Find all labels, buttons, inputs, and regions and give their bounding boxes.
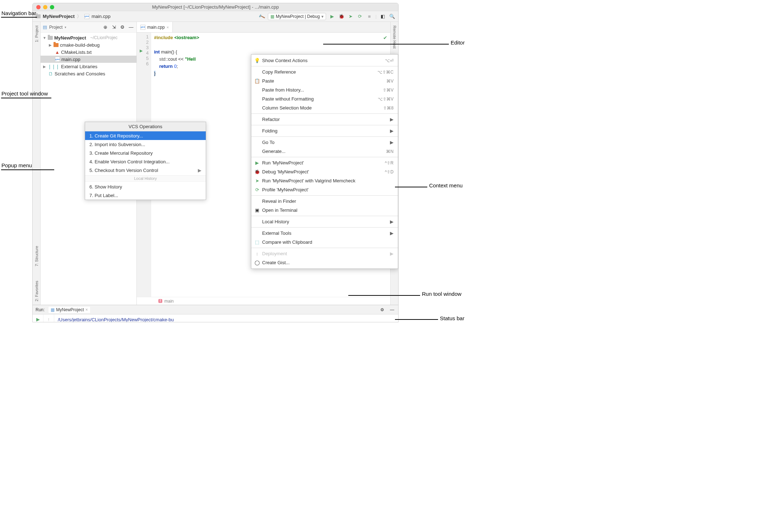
deploy-icon: ↕	[254, 251, 260, 256]
run-config-selector[interactable]: ▦ MyNewProject | Debug ▾	[268, 13, 326, 20]
annotation-nav: Navigation bar	[1, 10, 36, 16]
tree-external-libraries[interactable]: ▶❘❘❘External Libraries	[41, 63, 136, 70]
maximize-window-icon[interactable]	[50, 5, 54, 9]
ctx-show-actions[interactable]: 💡Show Context Actions⌥⏎	[251, 56, 398, 65]
tree-main-cpp[interactable]: c++main.cpp	[41, 56, 136, 63]
vcs-popup: VCS Operations 1. Create Git Repository.…	[85, 122, 206, 200]
vcs-show-history[interactable]: 6. Show History	[85, 182, 206, 191]
favorites-tool-button[interactable]: 2: Favorites	[34, 281, 39, 301]
run-output[interactable]: /Users/jetbrains/CLionProjects/MyNewProj…	[54, 314, 398, 322]
breadcrumb-file[interactable]: main.cpp	[92, 14, 111, 19]
left-tool-strip: 1: Project 7: Structure 2: Favorites	[33, 22, 41, 305]
bug-icon: 🐞	[254, 169, 260, 174]
ctx-deployment: ↕Deployment▶	[251, 249, 398, 258]
ctx-generate[interactable]: Generate...⌘N	[251, 147, 398, 156]
github-icon: ◯	[254, 260, 260, 265]
structure-tool-button[interactable]: 7: Structure	[34, 246, 39, 266]
run-gutter-icon[interactable]: ▶	[140, 48, 143, 53]
run-tab[interactable]: ▦MyNewProject×	[48, 306, 90, 313]
context-menu: 💡Show Context Actions⌥⏎ Copy Reference⌥⇧…	[251, 54, 398, 269]
run-hide-icon[interactable]: —	[389, 307, 395, 313]
close-window-icon[interactable]	[36, 5, 41, 9]
run-settings-icon[interactable]: ⚙	[379, 307, 385, 313]
minimize-window-icon[interactable]	[43, 5, 47, 9]
ctx-valgrind[interactable]: ➤Run 'MyNewProject' with Valgrind Memche…	[251, 176, 398, 185]
tree-cmakelists[interactable]: ▲CMakeLists.txt	[41, 48, 136, 56]
ctx-refactor[interactable]: Refactor▶	[251, 115, 398, 124]
annotation-editor: Editor	[451, 39, 465, 46]
ctx-goto[interactable]: Go To▶	[251, 138, 398, 147]
annotation-statusbar: Status bar	[440, 315, 464, 321]
navigation-bar: MyNewProject〉 c++ main.cpp 🔨 ▦ MyNewProj…	[33, 11, 398, 22]
titlebar: MyNewProject [~/CLionProjects/MyNewProje…	[33, 3, 398, 11]
ide-window: MyNewProject [~/CLionProjects/MyNewProje…	[32, 3, 399, 322]
debug-button[interactable]: 🐞	[338, 13, 345, 20]
vcs-import-svn[interactable]: 2. Import into Subversion...	[85, 140, 206, 149]
ctx-run[interactable]: ▶Run 'MyNewProject'^⇧R	[251, 158, 398, 167]
hide-panel-icon[interactable]: —	[128, 24, 134, 31]
ctx-folding[interactable]: Folding▶	[251, 126, 398, 135]
ctx-external-tools[interactable]: External Tools▶	[251, 229, 398, 238]
tree-cmake-build-dir[interactable]: ▶ cmake-build-debug	[41, 41, 136, 48]
project-panel-header: ▤ Project ▾ ⊕ ⇲ ⚙ —	[41, 22, 136, 33]
annotation-runtool: Run tool window	[422, 291, 461, 297]
tree-scratches[interactable]: 🗋Scratches and Consoles	[41, 70, 136, 77]
rerun-icon[interactable]: ▶	[36, 317, 40, 322]
profile-icon: ⟳	[254, 187, 260, 192]
vcs-enable-integration[interactable]: 4. Enable Version Control Integration...	[85, 157, 206, 166]
valgrind-button[interactable]: ➤	[348, 13, 354, 20]
ctx-profile[interactable]: ⟳Profile 'MyNewProject'	[251, 185, 398, 194]
folder-icon	[36, 14, 41, 18]
folder-icon	[54, 43, 59, 47]
search-button[interactable]: 🔍	[389, 13, 395, 20]
annotation-project: Project tool window	[1, 90, 48, 97]
vcs-checkout[interactable]: 5. Checkout from Version Control▶	[85, 166, 206, 174]
breadcrumb-project[interactable]: MyNewProject〉	[43, 13, 82, 20]
stop-button[interactable]: ■	[366, 13, 373, 20]
annotation-popup: Popup menu	[1, 162, 32, 168]
terminal-icon: ▣	[254, 207, 260, 213]
project-view-selector[interactable]: Project	[49, 25, 62, 30]
traffic-lights[interactable]	[36, 5, 54, 9]
vcs-sep-local-history: Local History	[85, 175, 206, 182]
project-tool-button[interactable]: 1: Project	[34, 25, 39, 42]
cpp-file-icon: c++	[84, 14, 89, 19]
ctx-open-terminal[interactable]: ▣Open in Terminal	[251, 206, 398, 215]
ctx-create-gist[interactable]: ◯Create Gist...	[251, 258, 398, 267]
ctx-column-mode[interactable]: Column Selection Mode⇧⌘8	[251, 103, 398, 112]
settings-gear-icon[interactable]: ⚙	[119, 24, 126, 31]
clipboard-icon: 📋	[254, 78, 260, 84]
editor-tabs: c++ main.cpp ×	[137, 22, 390, 33]
vcs-create-hg[interactable]: 3. Create Mercurial Repository	[85, 149, 206, 157]
ctx-local-history[interactable]: Local History▶	[251, 217, 398, 226]
vcs-create-git[interactable]: 1. Create Git Repository...	[85, 131, 206, 140]
run-tool-window: Run: ▦MyNewProject× ⚙ — ▶ ■ ⎋ ⋯ ↑ ↓ ⇥ 🖶 …	[33, 305, 398, 322]
ctx-debug[interactable]: 🐞Debug 'MyNewProject'^⇧D	[251, 167, 398, 176]
remote-host-button[interactable]: Remote Host	[392, 25, 397, 48]
vcs-put-label[interactable]: 7. Put Label...	[85, 191, 206, 200]
tree-project-root[interactable]: ▼ MyNewProject ~/CLionProjec	[41, 34, 136, 41]
ctx-reveal-finder[interactable]: Reveal in Finder	[251, 197, 398, 206]
ctx-copy-ref[interactable]: Copy Reference⌥⇧⌘C	[251, 67, 398, 76]
select-open-file-icon[interactable]: ⊕	[102, 24, 108, 31]
editor-tab-main[interactable]: c++ main.cpp ×	[137, 22, 173, 32]
ctx-paste[interactable]: 📋Paste⌘V	[251, 76, 398, 85]
window-title: MyNewProject [~/CLionProjects/MyNewProje…	[152, 4, 279, 10]
vcs-popup-title: VCS Operations	[85, 122, 206, 131]
ctx-compare-clipboard[interactable]: ⬚Compare with Clipboard	[251, 238, 398, 247]
up-icon[interactable]: ↑	[47, 317, 50, 322]
ctx-paste-history[interactable]: Paste from History...⇧⌘V	[251, 85, 398, 94]
annotation-context: Context menu	[429, 182, 462, 188]
diff-icon: ⬚	[254, 239, 260, 245]
inspection-ok-icon[interactable]: ✔	[383, 35, 387, 41]
build-button[interactable]: 🔨	[258, 12, 266, 20]
project-tree[interactable]: ▼ MyNewProject ~/CLionProjec ▶ cmake-bui…	[41, 33, 136, 79]
close-tab-icon[interactable]: ×	[167, 25, 169, 29]
profile-button[interactable]: ⟳	[357, 13, 363, 20]
bulb-icon: 💡	[254, 58, 260, 63]
expand-all-icon[interactable]: ⇲	[111, 24, 117, 31]
run-button[interactable]: ▶	[329, 13, 335, 20]
layout-button[interactable]: ◧	[380, 13, 386, 20]
ctx-paste-nofmt[interactable]: Paste without Formatting⌥⇧⌘V	[251, 94, 398, 103]
editor-breadcrumb[interactable]: f main	[137, 297, 390, 305]
